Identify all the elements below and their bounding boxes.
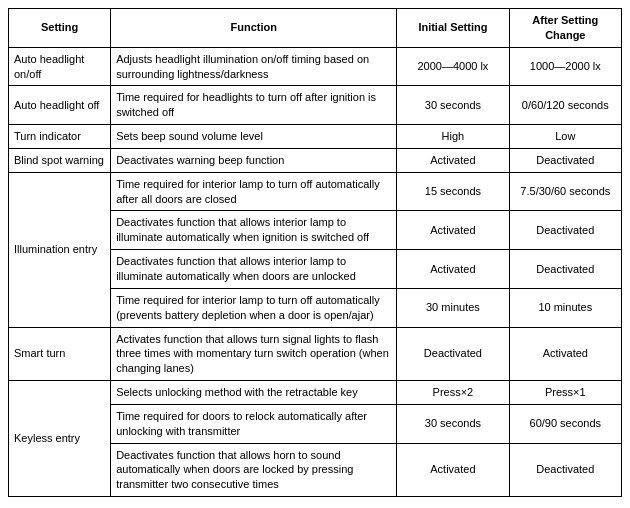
initial-cell: High	[397, 125, 509, 149]
after-cell: Deactivated	[509, 148, 621, 172]
setting-cell: Keyless entry	[9, 381, 111, 497]
function-cell: Deactivates function that allows interio…	[111, 211, 397, 250]
after-cell: 60/90 seconds	[509, 404, 621, 443]
setting-cell: Auto headlight on/off	[9, 47, 111, 86]
initial-cell: 15 seconds	[397, 172, 509, 211]
function-cell: Deactivates function that allows interio…	[111, 250, 397, 289]
function-cell: Time required for doors to relock automa…	[111, 404, 397, 443]
setting-cell: Turn indicator	[9, 125, 111, 149]
function-cell: Sets beep sound volume level	[111, 125, 397, 149]
initial-cell: Activated	[397, 250, 509, 289]
after-cell: 0/60/120 seconds	[509, 86, 621, 125]
initial-cell: Deactivated	[397, 327, 509, 381]
initial-cell: Activated	[397, 148, 509, 172]
initial-cell: 30 seconds	[397, 404, 509, 443]
initial-cell: 30 seconds	[397, 86, 509, 125]
function-cell: Time required for headlights to turn off…	[111, 86, 397, 125]
header-function: Function	[111, 9, 397, 48]
function-cell: Selects unlocking method with the retrac…	[111, 381, 397, 405]
after-cell: Deactivated	[509, 443, 621, 497]
after-cell: 1000—2000 lx	[509, 47, 621, 86]
header-setting: Setting	[9, 9, 111, 48]
function-cell: Adjusts headlight illumination on/off ti…	[111, 47, 397, 86]
initial-cell: Activated	[397, 211, 509, 250]
initial-cell: 30 minutes	[397, 288, 509, 327]
function-cell: Time required for interior lamp to turn …	[111, 172, 397, 211]
setting-cell: Blind spot warning	[9, 148, 111, 172]
after-cell: Low	[509, 125, 621, 149]
initial-cell: Press×2	[397, 381, 509, 405]
function-cell: Activates function that allows turn sign…	[111, 327, 397, 381]
after-cell: Deactivated	[509, 211, 621, 250]
header-after: After Setting Change	[509, 9, 621, 48]
function-cell: Deactivates function that allows horn to…	[111, 443, 397, 497]
after-cell: 7.5/30/60 seconds	[509, 172, 621, 211]
after-cell: Press×1	[509, 381, 621, 405]
after-cell: Activated	[509, 327, 621, 381]
after-cell: 10 minutes	[509, 288, 621, 327]
function-cell: Time required for interior lamp to turn …	[111, 288, 397, 327]
initial-cell: 2000—4000 lx	[397, 47, 509, 86]
after-cell: Deactivated	[509, 250, 621, 289]
settings-table: Setting Function Initial Setting After S…	[8, 8, 622, 497]
setting-cell: Illumination entry	[9, 172, 111, 327]
function-cell: Deactivates warning beep function	[111, 148, 397, 172]
setting-cell: Auto headlight off	[9, 86, 111, 125]
header-initial: Initial Setting	[397, 9, 509, 48]
setting-cell: Smart turn	[9, 327, 111, 381]
initial-cell: Activated	[397, 443, 509, 497]
